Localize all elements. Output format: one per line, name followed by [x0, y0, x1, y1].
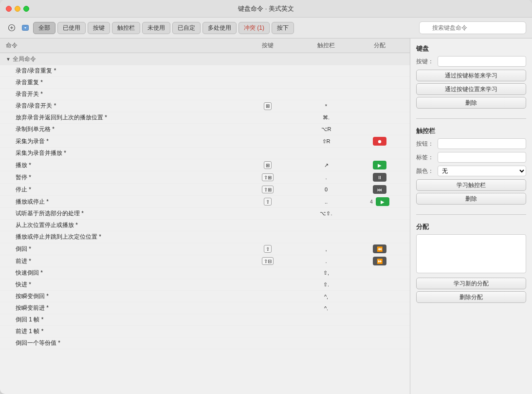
table-row[interactable]: 播放 * ⊞ ↗ ▶ [0, 159, 410, 171]
table-row[interactable]: 暂停 * ⇧⊞ . ⏸ [0, 171, 410, 184]
keyboard-section: 键盘 按键： 通过按键标签来学习 通过按键位置来学习 删除 [416, 44, 526, 111]
filter-custom-button[interactable]: 已自定 [172, 22, 201, 34]
key-icon: ⇧⊞ [262, 173, 274, 181]
filter-multi-button[interactable]: 多处使用 [202, 22, 237, 34]
table-row[interactable]: 前进 * ⇧⊟ . ⏩ [0, 255, 410, 267]
table-row[interactable]: 倒回一个等份值 * [0, 338, 410, 349]
table-row[interactable]: 试听基于所选部分的处理 * ⌥⇧. [0, 208, 410, 220]
btn-row: 按钮： [416, 138, 526, 149]
table-row[interactable]: 按瞬变前进 * ^. [0, 302, 410, 314]
minimize-button[interactable] [15, 6, 20, 12]
key-row: 按键： [416, 56, 526, 67]
col-assign: 分配 [355, 41, 404, 50]
table-row[interactable]: 快速倒回 * ⇧, [0, 267, 410, 279]
table-row[interactable]: 播放或停止 * ⇧ .. 4 ▶ [0, 196, 410, 208]
table-row[interactable]: 按瞬变倒回 * ^, [0, 291, 410, 302]
close-button[interactable] [6, 6, 12, 12]
add-icon[interactable] [6, 23, 18, 33]
table-row[interactable]: 放弃录音并返回到上次的播放位置 * ⌘. [0, 112, 410, 124]
table-row[interactable]: 停止 * ⇧⊞ 0 ⏮ [0, 184, 410, 196]
touchbar-playstop-btn: ▶ [376, 197, 389, 206]
delete-touchbar-button[interactable]: 删除 [416, 193, 526, 205]
right-panel: 键盘 按键： 通过按键标签来学习 通过按键位置来学习 删除 触控栏 按钮： 标签… [410, 38, 532, 394]
learn-by-pos-button[interactable]: 通过按键位置来学习 [416, 83, 526, 95]
key-icon: ⇧⊟ [262, 257, 274, 265]
touchbar-stop-btn: ⏮ [373, 185, 386, 194]
filter-touchbar-button[interactable]: 触控栏 [112, 22, 140, 34]
key-label: 按键： [416, 57, 434, 66]
delete-assign-button[interactable]: 删除分配 [416, 291, 526, 303]
table-body[interactable]: ▼ 全局命令 录音/录音重复 * 录音重复 * [0, 53, 410, 394]
col-command: 命令 [6, 41, 238, 50]
main-window: 键盘命令 · 美式英文 全部 已使用 按键 触控栏 未使用 [0, 0, 532, 394]
table-row[interactable]: 快进 * ⇧. [0, 279, 410, 291]
table-row[interactable]: 播放或停止并跳到上次定位位置 * [0, 231, 410, 243]
filter-conflict-button[interactable]: 冲突 (1) [238, 22, 270, 34]
key-input[interactable] [438, 56, 526, 67]
color-row: 颜色： 无 [416, 166, 526, 176]
table-row[interactable]: 录制到单元格 * ⌥R [0, 124, 410, 135]
keyboard-section-title: 键盘 [416, 44, 526, 53]
maximize-button[interactable] [23, 6, 29, 12]
tag-label: 标签： [416, 153, 434, 162]
titlebar: 键盘命令 · 美式英文 [0, 0, 532, 18]
assign-textarea[interactable] [416, 234, 526, 273]
learn-touchbar-button[interactable]: 学习触控栏 [416, 179, 526, 191]
main-content: 命令 按键 触控栏 分配 ▼ 全局命令 录音/录音重复 * [0, 38, 532, 394]
touchbar-pause-btn: ⏸ [373, 173, 386, 182]
filter-all-button[interactable]: 全部 [33, 22, 55, 34]
learn-assign-button[interactable]: 学习新的分配 [416, 278, 526, 289]
col-key: 按键 [238, 41, 297, 50]
table-row[interactable]: 录音重复 * [0, 77, 410, 89]
key-icon: ⇧ [264, 245, 272, 253]
divider [416, 118, 526, 119]
toolbar: 全部 已使用 按键 触控栏 未使用 已自定 多处使用 冲突 (1) 按下 [0, 18, 532, 38]
key-icon: ⇧ [264, 198, 272, 206]
assign-section-title: 分配 [416, 223, 526, 231]
touchbar-ffwd-btn: ⏩ [373, 257, 386, 265]
section-label: 全局命令 [13, 55, 36, 63]
key-icon: ⇧⊞ [262, 186, 274, 193]
traffic-lights [6, 6, 29, 12]
col-touchbar: 触控栏 [297, 41, 355, 50]
table-row[interactable]: 前进 1 帧 * [0, 326, 410, 338]
touchbar-section: 触控栏 按钮： 标签： 颜色： 无 学习触控栏 删除 [416, 127, 526, 206]
table-row[interactable]: 录音/录音重复 * [0, 65, 410, 77]
left-panel: 命令 按键 触控栏 分配 ▼ 全局命令 录音/录音重复 * [0, 38, 410, 394]
window-title: 键盘命令 · 美式英文 [238, 4, 294, 13]
dropdown-icon[interactable] [19, 23, 31, 33]
color-label: 颜色： [416, 167, 434, 175]
divider-2 [416, 214, 526, 215]
touchbar-tag-input[interactable] [438, 152, 526, 163]
table-row[interactable]: 倒回 1 帧 * [0, 314, 410, 326]
table-row[interactable]: 录音/录音开关 * ⊞ * [0, 100, 410, 112]
filter-keys-button[interactable]: 按键 [88, 22, 110, 34]
assign-section: 分配 学习新的分配 删除分配 [416, 223, 526, 305]
touchbar-record-btn: ⏺ [373, 137, 386, 146]
key-icon: ⊞ [264, 161, 272, 169]
tag-row: 标签： [416, 152, 526, 163]
touchbar-section-title: 触控栏 [416, 127, 526, 135]
table-row[interactable]: 录音开关 * [0, 89, 410, 100]
table-row[interactable]: 采集为录音并播放 * [0, 148, 410, 159]
filter-press-button[interactable]: 按下 [272, 22, 294, 34]
table-header: 命令 按键 触控栏 分配 [0, 38, 410, 53]
filter-unused-button[interactable]: 未使用 [142, 22, 170, 34]
table-row[interactable]: 倒回 * ⇧ , ⏪ [0, 243, 410, 255]
table-row[interactable]: 从上次位置停止或播放 * [0, 220, 410, 231]
key-icon: ⊞ [264, 102, 272, 110]
btn-label: 按钮： [416, 140, 434, 148]
touchbar-btn-input[interactable] [438, 138, 526, 149]
chevron-down-icon: ▼ [6, 56, 11, 62]
toolbar-right [419, 21, 526, 34]
delete-key-button[interactable]: 删除 [416, 97, 526, 109]
touchbar-play-btn: ▶ [373, 161, 386, 169]
search-wrapper [419, 21, 526, 34]
toolbar-left: 全部 已使用 按键 触控栏 未使用 已自定 多处使用 冲突 (1) 按下 [6, 22, 416, 34]
filter-used-button[interactable]: 已使用 [57, 22, 86, 34]
section-header-global[interactable]: ▼ 全局命令 [0, 53, 410, 65]
search-input[interactable] [419, 21, 526, 34]
learn-by-tag-button[interactable]: 通过按键标签来学习 [416, 70, 526, 81]
color-select[interactable]: 无 [438, 166, 526, 176]
table-row[interactable]: 采集为录音 * ⇧R ⏺ [0, 135, 410, 148]
